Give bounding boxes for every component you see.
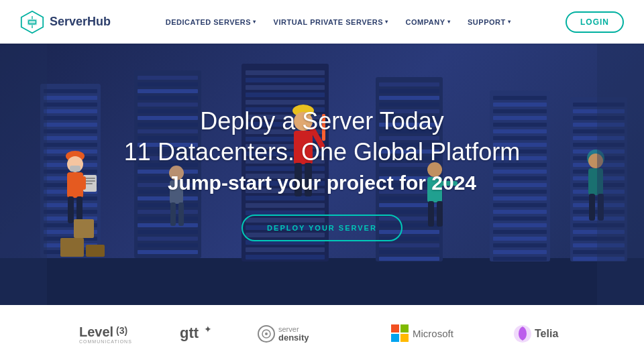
svg-rect-113 — [379, 250, 439, 254]
svg-text:✦: ✦ — [204, 324, 212, 335]
partner-level3: Level (3) COMMUNICATIONS — [79, 322, 140, 346]
svg-rect-11 — [44, 116, 97, 120]
partner-serverdensity: server density — [257, 322, 351, 346]
svg-rect-89 — [379, 89, 439, 93]
svg-rect-215 — [391, 334, 399, 342]
svg-rect-168 — [70, 166, 80, 172]
nav-vps[interactable]: VIRTUAL PRIVATE SERVERS ▾ — [267, 14, 395, 30]
svg-rect-198 — [60, 238, 84, 257]
svg-rect-14 — [44, 136, 97, 140]
svg-rect-65 — [246, 100, 325, 105]
svg-rect-176 — [80, 176, 86, 190]
hero-line3: Jump-start your project for 2024 — [124, 172, 520, 194]
svg-rect-63 — [246, 85, 325, 90]
svg-rect-37 — [138, 103, 198, 107]
deploy-button[interactable]: DEPLOY YOUR SERVER — [241, 215, 402, 241]
svg-rect-196 — [589, 194, 595, 221]
svg-rect-9 — [44, 103, 97, 107]
svg-rect-117 — [493, 103, 547, 107]
partner-microsoft: Microsoft — [391, 322, 472, 346]
svg-rect-61 — [246, 70, 325, 75]
chevron-down-icon: ▾ — [447, 19, 451, 25]
svg-rect-202 — [597, 44, 644, 305]
svg-rect-34 — [138, 82, 198, 86]
svg-rect-140 — [493, 257, 547, 261]
svg-point-210 — [265, 333, 268, 335]
partner-gtt: gtt ✦ — [180, 322, 217, 346]
svg-rect-7 — [44, 89, 97, 93]
svg-rect-58 — [138, 243, 198, 247]
svg-rect-138 — [493, 243, 547, 247]
svg-text:(3): (3) — [116, 325, 127, 336]
svg-text:gtt: gtt — [180, 324, 199, 341]
svg-text:Telia: Telia — [535, 328, 558, 339]
svg-rect-112 — [379, 243, 439, 247]
svg-rect-86 — [246, 255, 325, 259]
svg-rect-90 — [379, 96, 439, 100]
svg-rect-85 — [246, 247, 325, 252]
svg-rect-91 — [379, 103, 439, 107]
svg-rect-5 — [0, 258, 644, 305]
svg-rect-33 — [138, 76, 198, 80]
gtt-logo-icon: gtt ✦ — [180, 322, 217, 346]
svg-text:Microsoft: Microsoft — [413, 328, 454, 339]
svg-text:COMMUNICATIONS: COMMUNICATIONS — [79, 339, 132, 344]
partner-telia: Telia — [512, 322, 566, 346]
svg-rect-88 — [379, 82, 439, 86]
svg-text:Level: Level — [79, 324, 113, 339]
nav-links: DEDICATED SERVERS ▾ VIRTUAL PRIVATE SERV… — [159, 14, 517, 30]
microsoft-logo-icon: Microsoft — [391, 322, 472, 346]
chevron-down-icon: ▾ — [253, 19, 256, 25]
chevron-down-icon: ▾ — [385, 19, 388, 25]
navbar: ServerHub DEDICATED SERVERS ▾ VIRTUAL PR… — [0, 0, 644, 44]
svg-rect-114 — [379, 257, 439, 261]
logo-icon — [20, 10, 44, 34]
svg-text:density: density — [278, 333, 309, 343]
svg-rect-10 — [44, 109, 97, 113]
level3-logo-icon: Level (3) COMMUNICATIONS — [79, 322, 140, 346]
svg-rect-174 — [85, 180, 95, 182]
hero-line2: 11 Datacenters. One Global Platform — [124, 138, 520, 166]
serverdensity-logo-icon: server density — [257, 322, 351, 346]
login-button[interactable]: LOGIN — [566, 11, 624, 33]
svg-rect-64 — [246, 93, 325, 97]
svg-rect-214 — [400, 324, 409, 333]
svg-rect-13 — [44, 129, 97, 133]
telia-logo-icon: Telia — [512, 322, 566, 346]
logo[interactable]: ServerHub — [20, 10, 111, 34]
svg-rect-199 — [86, 245, 105, 257]
logo-label: ServerHub — [50, 15, 111, 29]
nav-support[interactable]: SUPPORT ▾ — [461, 14, 517, 30]
svg-rect-213 — [391, 324, 399, 333]
svg-rect-173 — [85, 178, 95, 179]
svg-rect-62 — [246, 78, 325, 82]
svg-rect-36 — [138, 96, 198, 100]
svg-rect-200 — [74, 219, 94, 238]
nav-company[interactable]: COMPANY ▾ — [399, 14, 457, 30]
svg-rect-12 — [44, 123, 97, 127]
hero-content: Deploy a Server Today 11 Datacenters. On… — [124, 107, 520, 241]
hero-section: Deploy a Server Today 11 Datacenters. On… — [0, 44, 644, 305]
svg-rect-116 — [493, 96, 547, 100]
svg-rect-35 — [138, 89, 198, 93]
partners-strip: Level (3) COMMUNICATIONS gtt ✦ server de… — [0, 305, 644, 362]
svg-rect-170 — [68, 196, 74, 223]
svg-rect-8 — [44, 96, 97, 100]
svg-rect-59 — [138, 250, 198, 254]
svg-rect-201 — [0, 44, 47, 305]
svg-rect-139 — [493, 250, 547, 254]
svg-rect-216 — [400, 334, 409, 342]
chevron-down-icon: ▾ — [508, 19, 511, 25]
nav-dedicated-servers[interactable]: DEDICATED SERVERS ▾ — [159, 14, 263, 30]
hero-line1: Deploy a Server Today — [124, 107, 520, 135]
svg-rect-15 — [44, 143, 97, 147]
